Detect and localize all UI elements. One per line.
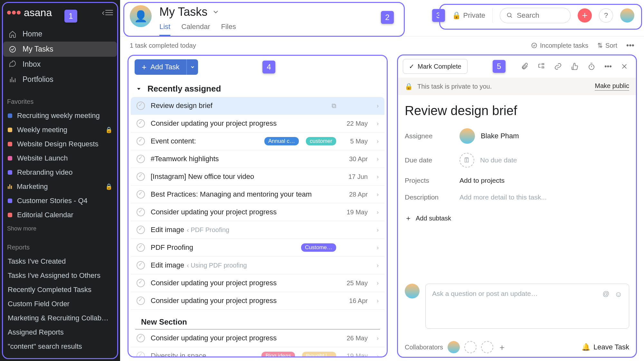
favorite-item[interactable]: Weekly meeting🔒 bbox=[4, 123, 116, 137]
tab-calendar[interactable]: Calendar bbox=[181, 23, 210, 36]
parent-task-link[interactable]: ‹ PDF Proofing bbox=[187, 226, 229, 233]
mention-icon[interactable]: @ bbox=[602, 290, 609, 299]
section-header[interactable]: Recently assigned bbox=[130, 81, 385, 97]
task-row[interactable]: Edit image‹ Using PDF proofing› bbox=[131, 257, 384, 274]
add-task-dropdown[interactable] bbox=[186, 59, 198, 75]
help-button[interactable]: ? bbox=[599, 8, 613, 23]
favorite-item[interactable]: Website Launch bbox=[4, 151, 116, 165]
collaborator-avatar[interactable] bbox=[448, 341, 460, 353]
task-row[interactable]: #Teamwork highlights30 Apr› bbox=[131, 150, 384, 168]
projects-value[interactable]: Add to projects bbox=[459, 177, 505, 184]
subtasks-button[interactable] bbox=[534, 61, 548, 72]
task-title[interactable]: Review design brief bbox=[397, 95, 637, 124]
complete-checkbox[interactable] bbox=[137, 297, 145, 305]
report-item[interactable]: Recently Completed Tasks bbox=[4, 283, 116, 297]
report-item[interactable]: Tasks I've Created bbox=[4, 254, 116, 268]
more-options-button[interactable]: ••• bbox=[626, 41, 634, 50]
attachment-button[interactable] bbox=[517, 61, 532, 72]
task-row[interactable]: Event content:Annual c…customer5 May› bbox=[131, 132, 384, 150]
complete-checkbox[interactable] bbox=[137, 334, 145, 342]
task-row[interactable]: Consider updating your project progress2… bbox=[131, 115, 384, 132]
chevron-down-icon[interactable] bbox=[212, 8, 220, 16]
tab-list[interactable]: List bbox=[159, 23, 170, 36]
report-item[interactable]: "content" search results bbox=[4, 339, 116, 354]
task-row[interactable]: Consider updating your project progress1… bbox=[131, 203, 384, 221]
section-header[interactable]: New Section bbox=[135, 314, 380, 329]
close-detail-button[interactable] bbox=[618, 61, 631, 72]
complete-checkbox[interactable] bbox=[137, 261, 145, 269]
task-tag[interactable]: thought l… bbox=[302, 352, 336, 358]
show-more-favorites[interactable]: Show more bbox=[0, 222, 120, 235]
mark-complete-button[interactable]: ✓ Mark Complete bbox=[403, 59, 468, 74]
favorite-item[interactable]: Marketing🔒 bbox=[4, 180, 116, 194]
make-public-link[interactable]: Make public bbox=[595, 82, 629, 91]
report-item[interactable]: Custom Field Order bbox=[4, 297, 116, 311]
complete-checkbox[interactable] bbox=[137, 279, 145, 287]
assignee-label: Assignee bbox=[405, 132, 459, 140]
complete-checkbox[interactable] bbox=[137, 226, 145, 234]
complete-checkbox[interactable] bbox=[137, 102, 145, 110]
task-row[interactable]: Diversity in spaceBlog ideasthought l…19… bbox=[131, 347, 384, 358]
collaborator-placeholder[interactable] bbox=[481, 341, 493, 353]
task-tag[interactable]: customer bbox=[306, 137, 336, 145]
task-tag[interactable]: Blog ideas bbox=[261, 352, 295, 358]
favorite-item[interactable]: Recruiting weekly meeting bbox=[4, 109, 116, 123]
complete-checkbox[interactable] bbox=[137, 208, 145, 216]
description-value[interactable]: Add more detail to this task... bbox=[459, 193, 547, 201]
search-input[interactable]: Search bbox=[500, 8, 571, 23]
task-row[interactable]: [Instagram] New office tour video17 Jun› bbox=[131, 168, 384, 186]
task-tag[interactable]: Annual c… bbox=[264, 137, 299, 145]
complete-checkbox[interactable] bbox=[137, 172, 145, 181]
collapse-sidebar-button[interactable]: ‹ bbox=[102, 8, 113, 18]
report-item[interactable]: Tasks I've Assigned to Others bbox=[4, 268, 116, 283]
task-row[interactable]: Best Practices: Managing and mentoring y… bbox=[131, 186, 384, 203]
sort-button[interactable]: ⇅ Sort bbox=[597, 42, 617, 49]
due-date-value[interactable]: 🗓 No due date bbox=[459, 153, 517, 168]
copy-link-button[interactable] bbox=[551, 61, 565, 72]
like-button[interactable] bbox=[568, 61, 582, 72]
nav-home[interactable]: Home bbox=[3, 26, 117, 42]
assignee-value[interactable]: Blake Pham bbox=[459, 128, 519, 144]
more-actions-button[interactable]: ••• bbox=[601, 60, 615, 73]
leave-task-button[interactable]: 🔔 Leave Task bbox=[582, 343, 629, 351]
task-row[interactable]: Consider updating your project progress2… bbox=[131, 274, 384, 292]
comment-input[interactable]: Ask a question or post an update… @ ☺ bbox=[425, 284, 629, 329]
quick-add-button[interactable]: + bbox=[578, 8, 592, 23]
collaborator-placeholder[interactable] bbox=[464, 341, 477, 353]
add-collaborator-button[interactable]: ＋ bbox=[498, 342, 506, 353]
tab-files[interactable]: Files bbox=[221, 23, 236, 36]
nav-inbox[interactable]: Inbox bbox=[3, 57, 117, 72]
asana-logo[interactable]: asana bbox=[7, 7, 52, 19]
user-avatar-large[interactable]: 👤 bbox=[130, 5, 152, 27]
emoji-icon[interactable]: ☺ bbox=[614, 290, 622, 299]
add-task-button[interactable]: + Add Task bbox=[135, 59, 186, 75]
report-item[interactable]: Marketing & Recruiting Collabo… bbox=[4, 311, 116, 325]
favorite-item[interactable]: Editorial Calendar bbox=[4, 208, 116, 222]
task-row[interactable]: Review design brief⧉› bbox=[131, 97, 384, 115]
sort-icon: ⇅ bbox=[597, 42, 603, 49]
favorite-item[interactable]: Website Design Requests bbox=[4, 137, 116, 151]
nav-my-tasks[interactable]: My Tasks bbox=[3, 42, 117, 57]
task-row[interactable]: Consider updating your project progress1… bbox=[131, 292, 384, 310]
nav-portfolios[interactable]: Portfolios bbox=[3, 72, 117, 87]
timer-button[interactable] bbox=[584, 61, 599, 72]
complete-checkbox[interactable] bbox=[137, 155, 145, 163]
complete-checkbox[interactable] bbox=[137, 119, 145, 128]
user-avatar-small[interactable] bbox=[620, 8, 634, 23]
complete-checkbox[interactable] bbox=[137, 137, 145, 145]
report-item[interactable]: Assigned Reports bbox=[4, 325, 116, 339]
task-row[interactable]: PDF ProofingCustome…› bbox=[131, 239, 384, 257]
task-row[interactable]: Consider updating your project progress2… bbox=[131, 329, 384, 347]
favorite-item[interactable]: Customer Stories - Q4 bbox=[4, 194, 116, 208]
complete-checkbox[interactable] bbox=[137, 352, 145, 358]
task-tag[interactable]: Custome… bbox=[301, 243, 336, 252]
favorite-item[interactable]: Rebranding video bbox=[4, 165, 116, 180]
complete-checkbox[interactable] bbox=[137, 243, 145, 252]
task-name: Consider updating your project progress bbox=[151, 119, 336, 128]
complete-checkbox[interactable] bbox=[137, 190, 145, 199]
parent-task-link[interactable]: ‹ Using PDF proofing bbox=[187, 262, 247, 269]
privacy-indicator[interactable]: 🔒 Private bbox=[452, 11, 485, 20]
task-row[interactable]: Edit image‹ PDF Proofing› bbox=[131, 221, 384, 239]
filter-incomplete[interactable]: Incomplete tasks bbox=[531, 42, 588, 49]
add-subtask-button[interactable]: ＋ Add subtask bbox=[397, 206, 637, 231]
